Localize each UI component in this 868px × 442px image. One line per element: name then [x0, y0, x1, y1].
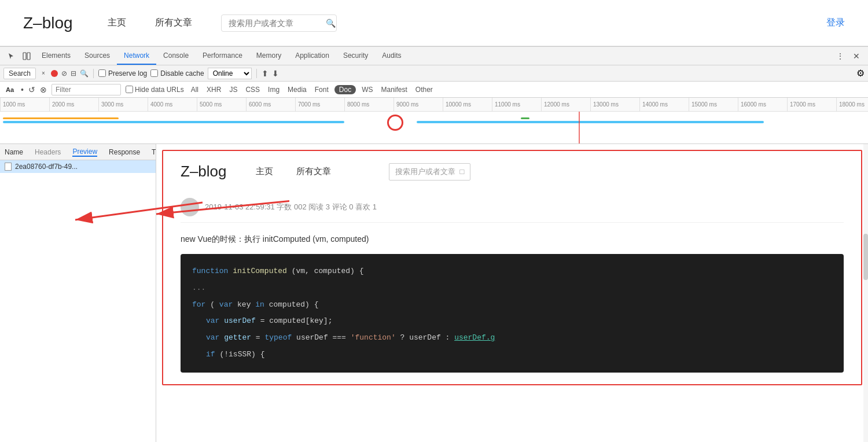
- text-size-button[interactable]: Aa: [3, 86, 16, 94]
- filter-manifest[interactable]: Manifest: [378, 85, 409, 94]
- code-block: function initComputed (vm, computed) { .…: [181, 254, 844, 373]
- mark-6000: 6000 ms: [246, 98, 295, 111]
- reload-icon[interactable]: ↺: [28, 85, 35, 94]
- file-timing-tab[interactable]: Timing: [152, 148, 156, 156]
- record-button[interactable]: [51, 70, 58, 77]
- timeline-bar-yellow: [3, 117, 119, 119]
- preview-meta-text: 2019-11-03 22:59:31 字数 002 阅读 3 评论 0 喜欢 …: [205, 202, 377, 212]
- code-line-4: var userDef = computed[key];: [192, 315, 832, 327]
- preview-page: Z–blog 主页 所有文章 搜索用户或者文章 □: [162, 150, 862, 385]
- filter-doc[interactable]: Doc: [334, 85, 356, 94]
- tab-application[interactable]: Application: [288, 47, 336, 65]
- mark-7000: 7000 ms: [295, 98, 344, 111]
- timeline-marks: 1000 ms 2000 ms 3000 ms 4000 ms 5000 ms …: [0, 98, 868, 111]
- tab-console[interactable]: Console: [156, 47, 196, 65]
- login-button[interactable]: 登录: [826, 17, 845, 29]
- main-content: Name Headers Preview Response Timing 2ea…: [0, 144, 868, 442]
- filter-css[interactable]: CSS: [243, 85, 262, 94]
- nav-articles[interactable]: 所有文章: [155, 17, 192, 29]
- export-icon[interactable]: ⬇: [272, 69, 279, 78]
- preview-nav-articles[interactable]: 所有文章: [296, 166, 331, 177]
- preview-nav-home[interactable]: 主页: [256, 166, 273, 177]
- svg-rect-0: [23, 53, 26, 60]
- devtools-toolbar-right: ⋮ ✕: [833, 49, 863, 63]
- timeline-bar-blue-1: [3, 121, 344, 123]
- filter-type-tags: All XHR JS CSS Img Media Font Doc WS Man…: [189, 85, 435, 94]
- filter-input[interactable]: [52, 84, 121, 95]
- timeline-red-line: [579, 112, 580, 144]
- filter-icon[interactable]: ⊟: [71, 69, 76, 78]
- tab-security[interactable]: Security: [336, 47, 375, 65]
- file-name: 2ea08760-df7b-49...: [15, 163, 78, 171]
- file-icon: [5, 163, 12, 171]
- list-item[interactable]: 2ea08760-df7b-49...: [0, 160, 156, 173]
- filter-js[interactable]: JS: [227, 85, 240, 94]
- tab-elements[interactable]: Elements: [35, 47, 78, 65]
- preview-site-title: Z–blog: [181, 163, 227, 181]
- mark-8000: 8000 ms: [344, 98, 393, 111]
- file-detail-tabs: Name Headers Preview Response Timing: [0, 144, 156, 160]
- preview-meta: 2019-11-03 22:59:31 字数 002 阅读 3 评论 0 喜欢 …: [181, 192, 844, 223]
- preview-search-icon: □: [460, 167, 465, 176]
- search-close-button[interactable]: ×: [39, 69, 47, 78]
- filter-media[interactable]: Media: [285, 85, 309, 94]
- file-headers-tab[interactable]: Headers: [35, 148, 61, 156]
- file-response-tab[interactable]: Response: [109, 148, 140, 156]
- cursor-icon[interactable]: [5, 49, 19, 63]
- mark-17000: 17000 ms: [787, 98, 836, 111]
- preview-search-placeholder: 搜索用户或者文章: [395, 167, 455, 177]
- throttle-select[interactable]: Online Fast 3G Slow 3G Offline: [208, 68, 252, 79]
- preview-search-box[interactable]: 搜索用户或者文章 □: [389, 163, 471, 181]
- file-preview-tab[interactable]: Preview: [72, 148, 97, 157]
- close-devtools-icon[interactable]: ✕: [849, 49, 863, 63]
- mark-13000: 13000 ms: [590, 98, 639, 111]
- code-line-2: ...: [192, 282, 832, 294]
- search-tab[interactable]: Search: [3, 68, 36, 79]
- tab-audits[interactable]: Audits: [375, 47, 408, 65]
- mark-11000: 11000 ms: [492, 98, 541, 111]
- filter-all[interactable]: All: [189, 85, 201, 94]
- tab-network[interactable]: Network: [117, 47, 156, 65]
- filter-font[interactable]: Font: [312, 85, 331, 94]
- search-input[interactable]: [229, 19, 321, 28]
- tab-sources[interactable]: Sources: [78, 47, 117, 65]
- code-line-3: for ( var key in computed) {: [192, 299, 832, 311]
- devtools-tab-bar: Elements Sources Network Console Perform…: [0, 47, 868, 65]
- settings-icon[interactable]: ⚙: [856, 68, 865, 79]
- tab-name[interactable]: Name: [5, 148, 23, 156]
- timeline-ruler: 1000 ms 2000 ms 3000 ms 4000 ms 5000 ms …: [0, 98, 868, 112]
- mark-1000: 1000 ms: [0, 98, 49, 111]
- disable-cache-checkbox[interactable]: Disable cache: [150, 69, 204, 78]
- filter-img[interactable]: Img: [266, 85, 282, 94]
- panel-layout-icon[interactable]: [20, 49, 34, 63]
- timeline-bar-green: [521, 117, 529, 119]
- devtools-panel: Elements Sources Network Console Perform…: [0, 46, 868, 442]
- hide-data-urls-checkbox[interactable]: Hide data URLs: [126, 86, 184, 94]
- mark-16000: 16000 ms: [738, 98, 787, 111]
- stop-record-icon[interactable]: ⊘: [61, 69, 67, 78]
- preview-content: Z–blog 主页 所有文章 搜索用户或者文章 □: [156, 144, 868, 426]
- search-box[interactable]: 🔍: [221, 14, 337, 32]
- more-options-icon[interactable]: ⋮: [833, 49, 847, 63]
- scrollbar[interactable]: [863, 144, 868, 442]
- mark-15000: 15000 ms: [689, 98, 738, 111]
- tab-memory[interactable]: Memory: [249, 47, 288, 65]
- tab-performance[interactable]: Performance: [196, 47, 249, 65]
- code-line-6: if (!isSSR) {: [192, 349, 832, 361]
- timeline-area: 1000 ms 2000 ms 3000 ms 4000 ms 5000 ms …: [0, 98, 868, 144]
- code-line-5: var getter = typeof userDef === 'functio…: [192, 332, 832, 344]
- filter-xhr[interactable]: XHR: [204, 85, 223, 94]
- svg-rect-1: [27, 53, 30, 60]
- filter-other[interactable]: Other: [413, 85, 435, 94]
- separator-1: [93, 69, 94, 78]
- preserve-log-checkbox[interactable]: Preserve log: [98, 69, 147, 78]
- import-icon[interactable]: ⬆: [262, 69, 269, 78]
- search-network-icon[interactable]: 🔍: [80, 69, 89, 78]
- mark-2000: 2000 ms: [49, 98, 98, 111]
- filter-ws[interactable]: WS: [359, 85, 375, 94]
- no-cache-icon[interactable]: ⊗: [40, 85, 47, 94]
- preview-desc: new Vue的时候：执行 initComputed (vm, computed…: [181, 234, 844, 245]
- scrollbar-thumb[interactable]: [863, 234, 868, 280]
- nav-home[interactable]: 主页: [108, 17, 126, 29]
- dot-menu[interactable]: •: [21, 85, 24, 94]
